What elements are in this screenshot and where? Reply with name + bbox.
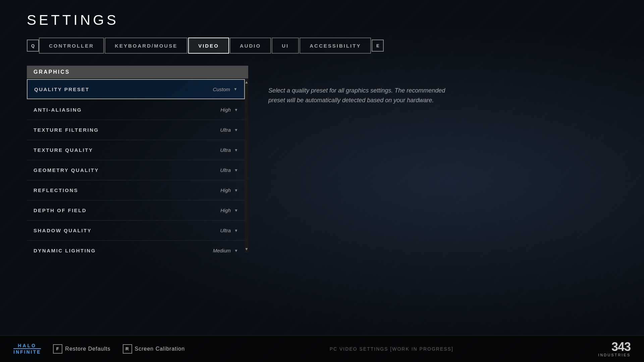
settings-list: QUALITY PRESET Custom ▼ ANTI-ALIASING Hi…	[27, 79, 245, 253]
setting-row-geometry-quality[interactable]: GEOMETRY QUALITY Ultra ▼	[27, 160, 245, 180]
restore-key: F	[53, 344, 62, 354]
setting-label-shadow-quality: SHADOW QUALITY	[34, 228, 92, 233]
dropdown-arrow-geometry-quality: ▼	[234, 168, 238, 173]
page-title: SETTINGS	[27, 12, 644, 28]
main-area: GRAPHICS QUALITY PRESET Custom ▼ ANTI-AL…	[0, 54, 644, 253]
left-nav-key: Q	[27, 40, 39, 52]
setting-row-shadow-quality[interactable]: SHADOW QUALITY Ultra ▼	[27, 221, 245, 241]
footer: HALO INFINITE F Restore Defaults R Scree…	[0, 335, 644, 362]
setting-value-dynamic-lighting: Medium ▼	[213, 248, 238, 253]
restore-defaults-label: Restore Defaults	[65, 346, 110, 352]
setting-value-depth-of-field: High ▼	[220, 207, 238, 213]
setting-row-dynamic-lighting[interactable]: DYNAMIC LIGHTING Medium ▼	[27, 241, 245, 253]
footer-center-text: PC VIDEO SETTINGS [WORK IN PROGRESS]	[330, 346, 453, 352]
setting-label-reflections: REFLECTIONS	[34, 187, 78, 193]
header: SETTINGS Q CONTROLLER KEYBOARD/MOUSE VID…	[0, 0, 644, 54]
setting-row-anti-aliasing[interactable]: ANTI-ALIASING High ▼	[27, 100, 245, 120]
setting-label-texture-quality: TEXTURE QUALITY	[34, 147, 93, 153]
logo-industries-text: INDUSTRIES	[598, 353, 631, 357]
setting-label-dynamic-lighting: DYNAMIC LIGHTING	[34, 248, 96, 253]
setting-row-quality-preset[interactable]: QUALITY PRESET Custom ▼	[27, 79, 245, 99]
dropdown-arrow-anti-aliasing: ▼	[234, 108, 238, 112]
tab-audio[interactable]: AUDIO	[230, 38, 271, 54]
tab-video[interactable]: VIDEO	[188, 38, 229, 54]
setting-row-reflections[interactable]: REFLECTIONS High ▼	[27, 180, 245, 200]
setting-row-texture-filtering[interactable]: TEXTURE FILTERING Ultra ▼	[27, 120, 245, 140]
setting-row-texture-quality[interactable]: TEXTURE QUALITY Ultra ▼	[27, 140, 245, 160]
calibration-key: R	[123, 344, 132, 354]
info-panel: Select a quality preset for all graphics…	[268, 66, 617, 253]
halo-logo-line1: HALO	[18, 343, 37, 348]
setting-label-geometry-quality: GEOMETRY QUALITY	[34, 167, 99, 173]
halo-logo-line2: INFINITE	[13, 348, 41, 354]
dropdown-arrow-depth-of-field: ▼	[234, 208, 238, 213]
scroll-up-arrow: ▲	[245, 80, 248, 84]
tab-controller[interactable]: CONTROLLER	[39, 38, 104, 54]
logo-343-number: 343	[611, 341, 631, 353]
settings-panel: GRAPHICS QUALITY PRESET Custom ▼ ANTI-AL…	[27, 66, 248, 253]
halo-logo: HALO INFINITE	[13, 343, 41, 354]
setting-label-quality-preset: QUALITY PRESET	[34, 86, 90, 92]
graphics-section-header: GRAPHICS	[27, 66, 248, 78]
dropdown-arrow-shadow-quality: ▼	[234, 228, 238, 233]
setting-value-texture-filtering: Ultra ▼	[220, 127, 238, 133]
nav-tabs: Q CONTROLLER KEYBOARD/MOUSE VIDEO AUDIO …	[27, 38, 644, 54]
settings-list-container: QUALITY PRESET Custom ▼ ANTI-ALIASING Hi…	[27, 78, 248, 253]
setting-label-depth-of-field: DEPTH OF FIELD	[34, 207, 87, 213]
footer-left: HALO INFINITE F Restore Defaults R Scree…	[13, 343, 185, 354]
scroll-down-arrow: ▼	[245, 247, 248, 251]
dropdown-arrow-texture-quality: ▼	[234, 148, 238, 153]
scroll-indicator: ▲ ▼	[245, 78, 248, 253]
tab-ui[interactable]: UI	[272, 38, 299, 54]
setting-label-texture-filtering: TEXTURE FILTERING	[34, 127, 99, 133]
setting-value-geometry-quality: Ultra ▼	[220, 167, 238, 173]
343-industries-logo: 343 INDUSTRIES	[598, 341, 631, 357]
info-description: Select a quality preset for all graphics…	[268, 86, 449, 105]
screen-calibration-label: Screen Calibration	[135, 346, 185, 352]
setting-value-shadow-quality: Ultra ▼	[220, 228, 238, 233]
screen-calibration-action[interactable]: R Screen Calibration	[123, 344, 185, 354]
restore-defaults-action[interactable]: F Restore Defaults	[53, 344, 110, 354]
setting-value-reflections: High ▼	[220, 187, 238, 193]
setting-value-quality-preset: Custom ▼	[213, 86, 237, 92]
setting-value-anti-aliasing: High ▼	[220, 107, 238, 113]
setting-label-anti-aliasing: ANTI-ALIASING	[34, 107, 82, 113]
setting-value-texture-quality: Ultra ▼	[220, 147, 238, 153]
dropdown-arrow-texture-filtering: ▼	[234, 128, 238, 132]
setting-row-depth-of-field[interactable]: DEPTH OF FIELD High ▼	[27, 200, 245, 221]
tab-keyboard-mouse[interactable]: KEYBOARD/MOUSE	[105, 38, 187, 54]
tab-accessibility[interactable]: ACCESSIBILITY	[300, 38, 371, 54]
right-nav-key: E	[372, 40, 384, 52]
dropdown-arrow-dynamic-lighting: ▼	[234, 248, 238, 253]
dropdown-arrow-reflections: ▼	[234, 188, 238, 193]
dropdown-arrow-quality-preset: ▼	[233, 87, 237, 92]
